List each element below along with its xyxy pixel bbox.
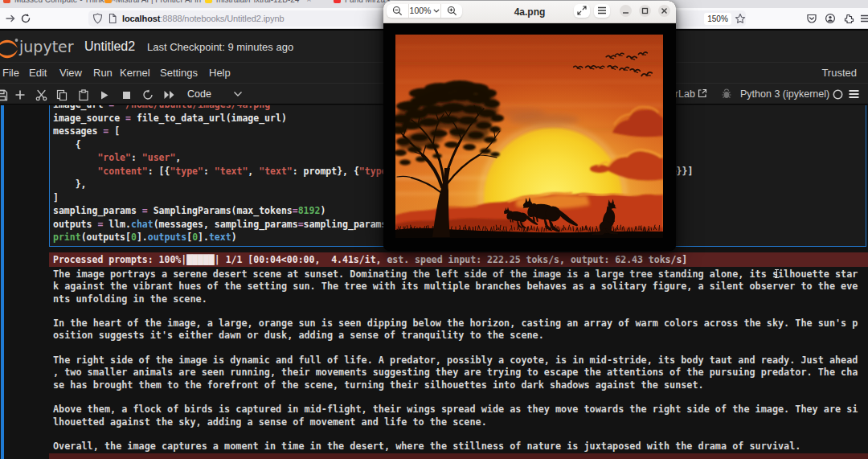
code-token: : xyxy=(131,152,142,163)
kernel-status-icon xyxy=(833,89,843,100)
code-token: '/home/ubuntu/images/4a.png' xyxy=(120,105,276,110)
viewer-window-title: 4a.png xyxy=(383,6,676,18)
code-token: : prompt}, { xyxy=(293,166,359,177)
code-token: ]. xyxy=(198,232,209,243)
tab-favicon-icon xyxy=(3,0,10,3)
maximize-button[interactable] xyxy=(639,5,651,17)
menu-hamburger-icon[interactable] xyxy=(860,13,868,24)
forward-icon[interactable] xyxy=(5,13,16,24)
notebook-title[interactable]: Untitled2 xyxy=(84,39,135,54)
image-viewer-window: 100% 4a.png xyxy=(383,1,676,251)
code-token: "text" xyxy=(215,166,248,177)
code-token: = xyxy=(293,205,298,216)
bookmark-star-icon[interactable] xyxy=(735,13,746,24)
menu-settings[interactable]: Settings xyxy=(160,67,198,79)
code-token: 8192 xyxy=(298,205,321,216)
jupyter-wordmark: jupyter xyxy=(19,38,74,55)
cut-cell-button[interactable] xyxy=(34,88,48,102)
viewer-content xyxy=(383,23,676,251)
stderr-next-output xyxy=(49,453,868,459)
stop-kernel-button[interactable] xyxy=(119,88,133,102)
menu-kernel[interactable]: Kernel xyxy=(120,67,150,79)
viewer-titlebar[interactable]: 100% 4a.png xyxy=(383,1,676,23)
menu-run[interactable]: Run xyxy=(93,67,113,79)
code-token: outputs xyxy=(148,232,186,243)
cell-type-chevron-icon[interactable] xyxy=(233,91,243,97)
menu-view[interactable]: View xyxy=(59,67,82,79)
code-token: file_to_data_url(image_url) xyxy=(131,113,287,124)
stdout-text: The image portrays a serene desert scene… xyxy=(53,268,863,453)
menu-help[interactable]: Help xyxy=(209,67,231,79)
cell-collapser-bar[interactable] xyxy=(1,105,4,459)
browser-tab[interactable]: Massed Compute - Think× xyxy=(3,0,116,6)
code-token: "text" xyxy=(259,166,293,177)
code-token: image_url xyxy=(53,105,108,110)
code-token: [ xyxy=(108,125,120,137)
code-token: }, xyxy=(53,178,87,190)
code-token: SamplingParams(max_tokens xyxy=(148,205,293,216)
browser-tab[interactable]: Mistral AI | Frontier AI in× xyxy=(104,0,213,6)
code-token: print xyxy=(53,232,81,243)
code-token: : [{ xyxy=(148,166,170,177)
code-token: "type" xyxy=(170,166,203,177)
tab-title: mistralai/Pixtral-12B-24 xyxy=(216,0,299,4)
code-token: text xyxy=(209,232,231,243)
fullscreen-button[interactable] xyxy=(574,4,590,18)
code-token: "content" xyxy=(97,166,147,177)
code-token: ) xyxy=(231,232,237,243)
jupyter-logo-icon[interactable] xyxy=(0,37,19,61)
code-token: = xyxy=(125,113,131,124)
text-cursor xyxy=(776,269,777,278)
pocket-icon[interactable] xyxy=(806,13,817,24)
code-token: chat xyxy=(131,219,154,230)
tab-close-icon[interactable]: × xyxy=(306,0,311,4)
code-token: "user" xyxy=(142,152,176,163)
stderr-progress-output: Processed prompts: 100%|█████| 1/1 [00:0… xyxy=(49,252,868,267)
restart-kernel-button[interactable] xyxy=(141,88,155,102)
menu-file[interactable]: File xyxy=(2,67,19,79)
external-link-icon xyxy=(698,88,707,98)
code-token: : xyxy=(203,166,215,177)
shield-icon[interactable] xyxy=(92,13,103,24)
reload-icon[interactable] xyxy=(20,13,31,24)
notebook-menu-icon[interactable] xyxy=(849,89,859,99)
account-icon[interactable] xyxy=(825,13,836,24)
code-token: sampling_params) xyxy=(304,219,393,230)
paste-cell-button[interactable] xyxy=(76,88,91,102)
copy-cell-button[interactable] xyxy=(55,88,69,102)
save-button[interactable] xyxy=(0,88,9,102)
code-token: = xyxy=(298,219,304,230)
menu-edit[interactable]: Edit xyxy=(29,67,47,79)
tab-title: Mistral AI | Frontier AI in xyxy=(116,0,201,4)
tab-favicon-icon xyxy=(104,0,112,3)
code-token: , xyxy=(248,166,259,177)
minimize-button[interactable] xyxy=(620,5,632,17)
tab-favicon-icon xyxy=(205,0,212,3)
run-cell-button[interactable] xyxy=(97,88,112,102)
code-token: = xyxy=(142,205,148,216)
extensions-icon[interactable] xyxy=(843,13,854,24)
progress-text: Processed prompts: 100%|█████| 1/1 [00:0… xyxy=(49,252,868,265)
code-token xyxy=(53,166,97,177)
tab-title: Massed Compute - Think xyxy=(14,0,104,4)
checkpoint-status: Last Checkpoint: 9 minutes ago xyxy=(147,41,293,53)
close-button[interactable] xyxy=(658,5,670,17)
cell-type-dropdown[interactable]: Code xyxy=(187,88,211,100)
code-token: sampling_params xyxy=(53,205,142,216)
browser-tab[interactable]: mistralai/Pixtral-12B-24× xyxy=(205,0,311,6)
url-text: localhost:8888/notebooks/Untitled2.ipynb xyxy=(122,14,284,23)
debugger-bug-icon[interactable] xyxy=(721,88,732,100)
code-token: ] xyxy=(53,192,59,203)
restart-run-all-button[interactable] xyxy=(162,88,176,102)
kernel-name[interactable]: Python 3 (ipykernel) xyxy=(740,88,829,100)
tab-favicon-icon xyxy=(334,0,341,3)
code-token: (messages, sampling_params xyxy=(154,219,298,230)
trusted-badge[interactable]: Trusted xyxy=(821,67,857,79)
browser-zoom-indicator[interactable]: 150% xyxy=(704,13,731,25)
add-cell-button[interactable] xyxy=(13,88,27,102)
code-token xyxy=(53,152,97,163)
viewer-menu-button[interactable] xyxy=(594,4,610,18)
page-icon[interactable] xyxy=(108,13,117,24)
code-token: { xyxy=(53,139,81,150)
browser-tab[interactable]: Farid Mirza - xyxy=(334,0,390,6)
